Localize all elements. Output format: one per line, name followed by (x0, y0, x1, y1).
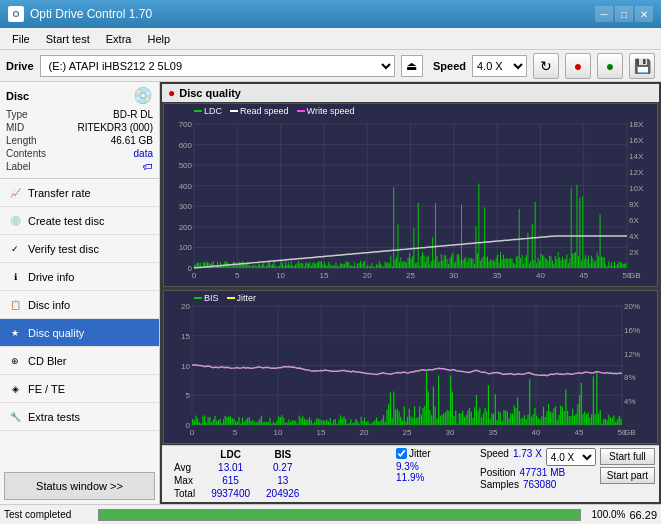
progress-container (98, 509, 581, 521)
jitter-dot (227, 297, 235, 299)
menu-extra[interactable]: Extra (98, 31, 140, 47)
sidebar-item-create-test-disc[interactable]: 💿 Create test disc (0, 207, 159, 235)
bis-legend: BIS (194, 293, 219, 303)
stats-empty-header (166, 448, 203, 461)
start-full-button[interactable]: Start full (600, 448, 655, 465)
stats-total-label: Total (166, 487, 203, 500)
main-layout: Disc 💿 Type BD-R DL MID RITEKDR3 (000) L… (0, 82, 661, 504)
nav-disc-info-label: Disc info (28, 299, 70, 311)
sidebar-item-disc-quality[interactable]: ★ Disc quality (0, 319, 159, 347)
label-icon: 🏷 (143, 161, 153, 172)
menu-help[interactable]: Help (139, 31, 178, 47)
disc-green-button[interactable]: ● (597, 53, 623, 79)
menu-file[interactable]: File (4, 31, 38, 47)
stats-total-ldc: 9937400 (203, 487, 258, 500)
bis-label: BIS (204, 293, 219, 303)
stats-total-row: Total 9937400 204926 (166, 487, 307, 500)
start-part-button[interactable]: Start part (600, 467, 655, 484)
nav-items: 📈 Transfer rate 💿 Create test disc ✓ Ver… (0, 179, 159, 468)
type-value: BD-R DL (113, 109, 153, 120)
speed-stat-select[interactable]: 4.0 X (546, 448, 596, 466)
stats-bis-header: BIS (258, 448, 307, 461)
close-button[interactable]: ✕ (635, 6, 653, 22)
status-window-button[interactable]: Status window >> (4, 472, 155, 500)
disc-title: Disc (6, 90, 29, 102)
maximize-button[interactable]: □ (615, 6, 633, 22)
drive-select[interactable]: (E:) ATAPI iHBS212 2 5L09 (40, 55, 395, 77)
jitter-section-label: Jitter (409, 448, 431, 459)
chart-header: ● Disc quality (162, 84, 659, 102)
right-panel: ● Disc quality LDC Read speed (160, 82, 661, 504)
sidebar-item-fe-te[interactable]: ◈ FE / TE (0, 375, 159, 403)
nav-transfer-rate-label: Transfer rate (28, 187, 91, 199)
nav-fe-te-label: FE / TE (28, 383, 65, 395)
disc-info-icon: 📋 (8, 298, 22, 312)
sidebar-item-transfer-rate[interactable]: 📈 Transfer rate (0, 179, 159, 207)
samples-row: Samples 763080 (480, 479, 596, 490)
sidebar-item-drive-info[interactable]: ℹ Drive info (0, 263, 159, 291)
top-chart: LDC Read speed Write speed (163, 103, 658, 287)
bottom-chart: BIS Jitter (163, 290, 658, 444)
sidebar-item-extra-tests[interactable]: 🔧 Extra tests (0, 403, 159, 431)
speed-select[interactable]: 4.0 X (472, 55, 527, 77)
drive-bar: Drive (E:) ATAPI iHBS212 2 5L09 ⏏ Speed … (0, 50, 661, 82)
disc-red-button[interactable]: ● (565, 53, 591, 79)
version-text: 66.29 (629, 509, 657, 521)
contents-value: data (134, 148, 153, 159)
top-chart-canvas (164, 104, 657, 286)
create-test-disc-icon: 💿 (8, 214, 22, 228)
chart-title: Disc quality (179, 87, 241, 99)
title-bar: O Opti Drive Control 1.70 ─ □ ✕ (0, 0, 661, 28)
minimize-button[interactable]: ─ (595, 6, 613, 22)
bottom-chart-canvas (164, 291, 657, 443)
mid-label: MID (6, 122, 24, 133)
refresh-button[interactable]: ↻ (533, 53, 559, 79)
progress-percent: 100.0% (585, 509, 625, 520)
disc-icon: 💿 (133, 86, 153, 105)
menu-bar: File Start test Extra Help (0, 28, 661, 50)
disc-quality-icon: ★ (8, 326, 22, 340)
verify-test-disc-icon: ✓ (8, 242, 22, 256)
jitter-label: Jitter (237, 293, 257, 303)
menu-start-test[interactable]: Start test (38, 31, 98, 47)
stats-avg-row: Avg 13.01 0.27 (166, 461, 307, 474)
jitter-checkbox[interactable] (396, 448, 407, 459)
stats-table: LDC BIS Avg 13.01 0.27 Max 615 13 Tota (166, 448, 392, 500)
save-button[interactable]: 💾 (629, 53, 655, 79)
read-speed-legend: Read speed (230, 106, 289, 116)
label-label: Label (6, 161, 30, 172)
stats-ldc-header: LDC (203, 448, 258, 461)
window-controls: ─ □ ✕ (595, 6, 653, 22)
stats-total-bis: 204926 (258, 487, 307, 500)
eject-button[interactable]: ⏏ (401, 55, 423, 77)
speed-stat-value: 1.73 X (513, 448, 542, 466)
chart-header-icon: ● (168, 86, 175, 100)
disc-section: Disc 💿 Type BD-R DL MID RITEKDR3 (000) L… (0, 82, 159, 179)
ldc-legend: LDC (194, 106, 222, 116)
cd-bler-icon: ⊕ (8, 354, 22, 368)
sidebar-item-disc-info[interactable]: 📋 Disc info (0, 291, 159, 319)
speed-stat-label: Speed (480, 448, 509, 466)
stats-max-ldc: 615 (203, 474, 258, 487)
nav-disc-quality-label: Disc quality (28, 327, 84, 339)
nav-cd-bler-label: CD Bler (28, 355, 67, 367)
type-label: Type (6, 109, 28, 120)
app-title: Opti Drive Control 1.70 (30, 7, 152, 21)
extra-tests-icon: 🔧 (8, 410, 22, 424)
sidebar-item-cd-bler[interactable]: ⊕ CD Bler (0, 347, 159, 375)
drive-label: Drive (6, 60, 34, 72)
length-value: 46.61 GB (111, 135, 153, 146)
read-speed-label: Read speed (240, 106, 289, 116)
app-icon: O (8, 6, 24, 22)
bottom-chart-legend: BIS Jitter (194, 293, 256, 303)
drive-info-icon: ℹ (8, 270, 22, 284)
nav-verify-test-disc-label: Verify test disc (28, 243, 99, 255)
transfer-rate-icon: 📈 (8, 186, 22, 200)
stats-max-label: Max (166, 474, 203, 487)
action-buttons: Start full Start part (600, 448, 655, 484)
stats-avg-ldc: 13.01 (203, 461, 258, 474)
stats-max-row: Max 615 13 (166, 474, 307, 487)
sidebar-item-verify-test-disc[interactable]: ✓ Verify test disc (0, 235, 159, 263)
nav-create-test-disc-label: Create test disc (28, 215, 104, 227)
bis-dot (194, 297, 202, 299)
